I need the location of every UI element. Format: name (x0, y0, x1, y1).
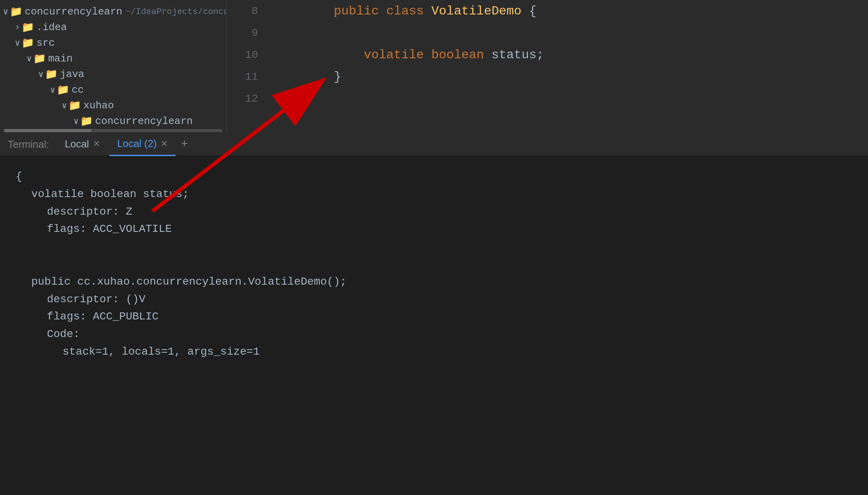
code-line-8: 8 public class VolatileDemo { (227, 0, 868, 22)
xuhao-pkg-icon: 📁 (68, 99, 81, 112)
tab-local-2-close-icon[interactable]: ✕ (161, 139, 168, 149)
tab-local-1-label: Local (65, 138, 89, 150)
root-path: ~/IdeaProjects/concurrencylearn (126, 7, 227, 17)
root-label: concurrencylearn (25, 6, 122, 18)
main-label: main (48, 53, 72, 65)
terminal-line-7: public cc.xuhao.concurrencylearn.Volatil… (16, 273, 852, 291)
terminal-line-5 (16, 238, 852, 256)
keyword-volatile: volatile (364, 48, 431, 62)
java-label: java (60, 68, 84, 80)
src-label: src (36, 37, 55, 49)
line-number-8: 8 (235, 5, 258, 17)
semicolon: ; (536, 48, 544, 62)
tab-local-1[interactable]: Local ✕ (57, 133, 108, 156)
terminal-line-11: stack=1, locals=1, args_size=1 (16, 343, 852, 361)
terminal-label: Terminal: (8, 138, 49, 151)
concurrencylearn-pkg-icon: 📁 (80, 115, 93, 127)
tab-local-2[interactable]: Local (2) ✕ (109, 133, 176, 156)
xuhao-arrow-icon: ∨ (62, 100, 67, 111)
sidebar-item-main[interactable]: ∨ 📁 main (0, 51, 226, 66)
class-name-volatile-demo: VolatileDemo (431, 4, 529, 18)
concurrencylearn-sub-label: concurrencylearn (95, 115, 193, 127)
keyword-boolean: boolean (431, 48, 491, 62)
sidebar-item-xuhao[interactable]: ∨ 📁 xuhao (0, 98, 226, 113)
terminal-line-4: flags: ACC_VOLATILE (16, 221, 852, 238)
file-tree-root[interactable]: ∨ 📁 concurrencylearn ~/IdeaProjects/conc… (0, 4, 226, 20)
terminal-tabs-bar: Terminal: Local ✕ Local (2) ✕ + (0, 133, 868, 156)
idea-label: .idea (36, 22, 67, 33)
terminal-add-tab-button[interactable]: + (177, 138, 192, 151)
idea-folder-icon: 📁 (22, 21, 34, 34)
terminal-line-1: { (16, 168, 852, 186)
field-name-status: status (491, 48, 536, 62)
terminal-line-2: volatile boolean status; (16, 186, 852, 203)
line-number-10: 10 (235, 49, 258, 61)
keyword-class: class (386, 4, 431, 18)
terminal-line-8: descriptor: ()V (16, 291, 852, 308)
sidebar-item-concurrencylearn[interactable]: ∨ 📁 concurrencylearn (0, 113, 226, 129)
concurrencylearn-arrow-icon: ∨ (74, 116, 79, 127)
idea-arrow-icon: › (15, 23, 20, 32)
main-folder-icon: 📁 (33, 52, 46, 65)
code-content-11: } (274, 55, 341, 99)
src-folder-icon: 📁 (22, 37, 34, 49)
cc-arrow-icon: ∨ (50, 85, 55, 95)
open-brace: { (529, 4, 536, 18)
terminal-line-6 (16, 256, 852, 273)
line-number-11: 11 (235, 71, 258, 83)
tab-local-1-close-icon[interactable]: ✕ (93, 139, 100, 149)
close-brace: } (334, 70, 341, 84)
main-arrow-icon: ∨ (27, 54, 32, 64)
cc-folder-icon: 📁 (57, 84, 69, 96)
cc-label: cc (72, 84, 84, 96)
terminal-line-3: descriptor: Z (16, 203, 852, 221)
java-folder-icon: 📁 (45, 68, 57, 81)
sidebar-item-java[interactable]: ∨ 📁 java (0, 66, 226, 82)
code-editor-panel: 8 public class VolatileDemo { 9 10 volat… (227, 0, 868, 133)
file-tree-scrollbar-thumb (4, 129, 91, 132)
code-content-8: public class VolatileDemo { (274, 0, 536, 33)
root-arrow-icon: ∨ (3, 7, 8, 17)
sidebar-item-idea[interactable]: › 📁 .idea (0, 20, 226, 35)
terminal-section: Terminal: Local ✕ Local (2) ✕ + { volati… (0, 133, 868, 495)
xuhao-label: xuhao (83, 100, 114, 111)
file-tree-scrollbar[interactable] (4, 129, 222, 132)
keyword-public: public (334, 4, 386, 18)
sidebar-item-cc[interactable]: ∨ 📁 cc (0, 82, 226, 98)
line-number-9: 9 (235, 27, 258, 39)
line-number-12: 12 (235, 93, 258, 105)
terminal-body: { volatile boolean status; descriptor: Z… (0, 156, 868, 495)
terminal-line-9: flags: ACC_PUBLIC (16, 308, 852, 326)
java-arrow-icon: ∨ (38, 69, 43, 80)
file-tree-panel: ∨ 📁 concurrencylearn ~/IdeaProjects/conc… (0, 0, 227, 133)
tab-local-2-label: Local (2) (117, 138, 157, 150)
main-layout: ∨ 📁 concurrencylearn ~/IdeaProjects/conc… (0, 0, 868, 133)
root-folder-icon: 📁 (10, 5, 22, 18)
terminal-line-10: Code: (16, 326, 852, 343)
code-line-11: 11 } (227, 66, 868, 88)
sidebar-item-src[interactable]: ∨ 📁 src (0, 35, 226, 51)
src-arrow-icon: ∨ (15, 38, 20, 48)
